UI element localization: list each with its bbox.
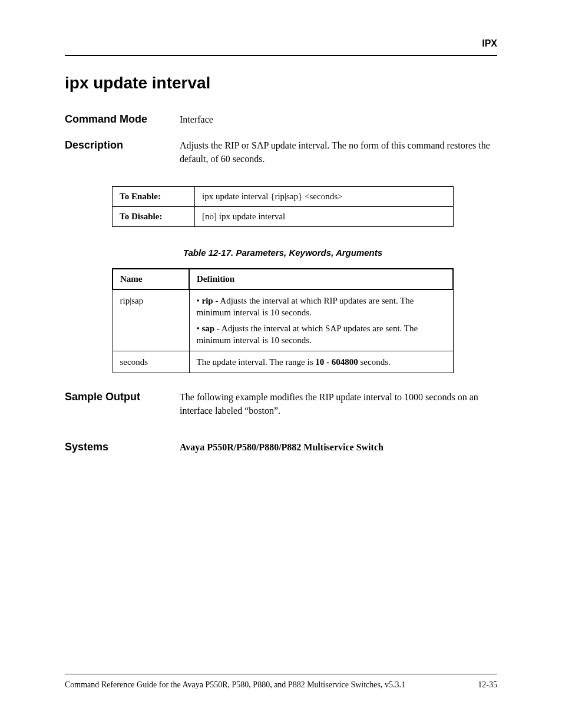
syntax-table: To Enable: ipx update interval {rip|sap}… — [112, 186, 454, 227]
param-name: rip|sap — [113, 289, 189, 351]
description-label: Description — [65, 139, 180, 151]
enable-value: ipx update interval {rip|sap} <seconds> — [195, 187, 454, 207]
param-definition: • rip - Adjusts the interval at which RI… — [189, 289, 453, 351]
table-row: rip|sap • rip - Adjusts the interval at … — [113, 289, 453, 351]
header-section-label: IPX — [65, 38, 497, 49]
systems-row: Systems Avaya P550R/P580/P880/P882 Multi… — [65, 441, 497, 454]
sample-output-label: Sample Output — [65, 391, 180, 403]
table-row: To Disable: [no] ipx update interval — [113, 207, 454, 227]
name-header: Name — [113, 269, 189, 289]
def-bold: 10 - 604800 — [315, 357, 358, 367]
params-table-caption: Table 12-17. Parameters, Keywords, Argum… — [112, 248, 454, 258]
systems-label: Systems — [65, 441, 180, 453]
params-table: Name Definition rip|sap • rip - Adjusts … — [112, 268, 454, 373]
description-value: Adjusts the RIP or SAP update interval. … — [180, 139, 497, 166]
disable-label: To Disable: — [113, 207, 195, 227]
footer-page-number: 12-35 — [478, 680, 497, 690]
page-title: ipx update interval — [65, 74, 497, 93]
def-text: seconds. — [358, 357, 391, 367]
table-header-row: Name Definition — [113, 269, 453, 289]
table-row: seconds The update interval. The range i… — [113, 351, 453, 373]
footer-rule — [65, 674, 497, 674]
page-footer: Command Reference Guide for the Avaya P5… — [65, 674, 497, 690]
footer-guide-title: Command Reference Guide for the Avaya P5… — [65, 680, 405, 690]
sample-output-value: The following example modifies the RIP u… — [180, 391, 497, 417]
def-text: - Adjusts the interval at which RIP upda… — [197, 296, 414, 317]
command-mode-label: Command Mode — [65, 113, 180, 126]
def-text: - Adjusts the interval at which SAP upda… — [197, 324, 418, 345]
def-bold: rip — [202, 296, 213, 305]
enable-label: To Enable: — [113, 187, 195, 207]
description-row: Description Adjusts the RIP or SAP updat… — [65, 139, 497, 166]
def-bold: sap — [202, 324, 215, 333]
systems-value: Avaya P550R/P580/P880/P882 Multiservice … — [180, 441, 497, 454]
disable-value: [no] ipx update interval — [195, 207, 454, 227]
command-mode-row: Command Mode Interface — [65, 113, 497, 126]
param-definition: The update interval. The range is 10 - 6… — [189, 351, 453, 373]
definition-header: Definition — [189, 269, 453, 289]
command-mode-value: Interface — [180, 113, 497, 126]
def-text: The update interval. The range is — [197, 357, 316, 367]
top-rule — [65, 55, 497, 56]
param-name: seconds — [113, 351, 189, 373]
sample-output-row: Sample Output The following example modi… — [65, 391, 497, 417]
table-row: To Enable: ipx update interval {rip|sap}… — [113, 187, 454, 207]
